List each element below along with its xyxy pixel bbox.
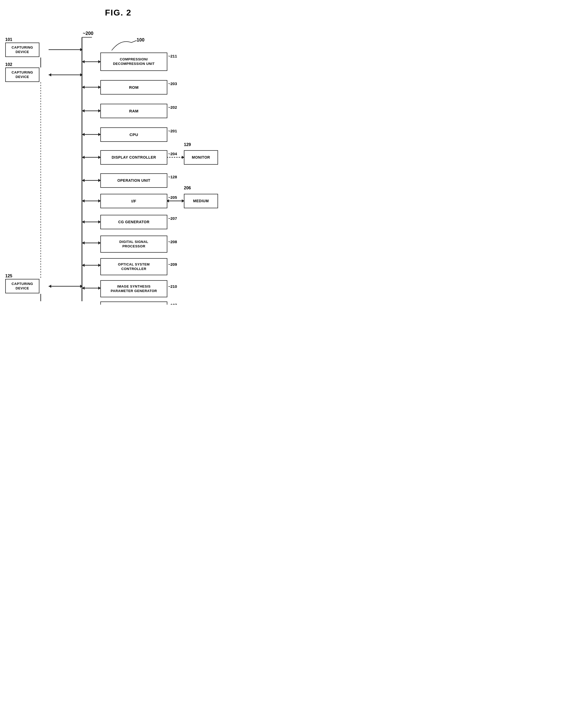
ref-211: ~211 [168, 54, 177, 58]
ref-201: ~201 [168, 129, 177, 133]
svg-marker-10 [49, 285, 51, 288]
diagram: ~200 100 CAPTURING DEVICE 101 CAPTURING … [0, 23, 236, 299]
svg-marker-21 [82, 109, 85, 112]
cpu-unit: CPU [100, 127, 167, 142]
ref-204: ~204 [168, 152, 177, 156]
svg-line-59 [131, 40, 137, 43]
capturing-device-102: CAPTURING DEVICE [5, 67, 39, 82]
image-synth-unit: IMAGE SYNTHESIS PARAMETER GENERATOR [100, 280, 167, 297]
svg-marker-7 [80, 73, 83, 76]
capturing-device-101: CAPTURING DEVICE [5, 43, 39, 57]
svg-marker-35 [82, 199, 85, 202]
ref-128: ~128 [168, 175, 177, 179]
svg-marker-24 [82, 133, 85, 136]
ref-207: ~207 [168, 216, 177, 221]
monitor-unit: MONITOR [184, 150, 218, 165]
ref-205: ~205 [168, 195, 177, 200]
svg-marker-47 [82, 264, 85, 267]
ref-206-label: 206 [184, 186, 191, 190]
if-unit: I/F [100, 194, 167, 208]
svg-marker-15 [82, 60, 85, 63]
svg-marker-18 [82, 86, 85, 89]
ref-127: ~127 [168, 303, 177, 305]
capturing-device-125: CAPTURING DEVICE [5, 279, 39, 293]
cg-generator: CG GENERATOR [100, 215, 167, 229]
ref-129-label: 129 [184, 142, 191, 147]
compression-unit: COMPRESSION/ DECOMPRESSION UNIT [100, 53, 167, 71]
svg-marker-6 [49, 73, 51, 76]
shutter-button: SHUTTER BUTTON [100, 301, 167, 305]
display-controller: DISPLAY CONTROLLER [100, 150, 167, 165]
medium-unit: MEDIUM [184, 194, 218, 208]
operation-unit: OPERATION UNIT [100, 173, 167, 188]
optical-controller: OPTICAL SYSTEM CONTROLLER [100, 258, 167, 275]
ref-101: 101 [5, 37, 12, 42]
ref-209: ~209 [168, 262, 177, 267]
svg-marker-11 [80, 285, 83, 288]
rom-unit: ROM [100, 80, 167, 95]
svg-marker-50 [82, 287, 85, 290]
system-100-curve [110, 37, 142, 53]
ref-202: ~202 [168, 105, 177, 110]
ref-125: 125 [5, 274, 12, 278]
svg-marker-27 [82, 156, 85, 159]
page-title: FIG. 2 [0, 0, 236, 23]
ref-203: ~203 [168, 81, 177, 86]
svg-marker-44 [82, 241, 85, 245]
svg-marker-3 [80, 48, 83, 51]
ref-102: 102 [5, 62, 12, 67]
svg-marker-41 [82, 220, 85, 223]
ref-200: ~200 [83, 31, 94, 36]
ram-unit: RAM [100, 104, 167, 118]
svg-marker-32 [82, 179, 85, 182]
ref-208: ~208 [168, 240, 177, 244]
dsp-unit: DIGITAL SIGNAL PROCESSOR [100, 236, 167, 253]
ref-210: ~210 [168, 284, 177, 289]
